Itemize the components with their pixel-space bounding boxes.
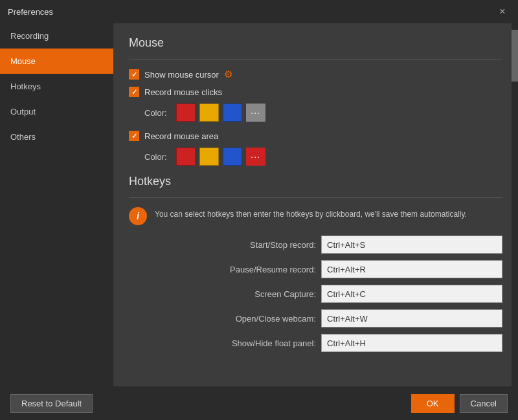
- preferences-window: Preferences × Recording Mouse Hotkeys Ou…: [0, 0, 518, 420]
- sidebar-item-output[interactable]: Output: [0, 99, 113, 124]
- hotkey-screen-capture-input[interactable]: [321, 285, 502, 303]
- settings-gear-icon[interactable]: ⚙: [224, 69, 236, 80]
- sidebar-item-mouse[interactable]: Mouse: [0, 49, 113, 74]
- show-cursor-row: Show mouse cursor ⚙: [129, 69, 502, 80]
- ok-button[interactable]: OK: [411, 394, 455, 413]
- hotkey-pause-resume-row: Pause/Resume record:: [129, 260, 502, 278]
- sidebar-item-others[interactable]: Others: [0, 124, 113, 149]
- hotkey-start-stop-row: Start/Stop record:: [129, 236, 502, 254]
- hotkey-start-stop-input[interactable]: [321, 236, 502, 254]
- hotkey-webcam-input[interactable]: [321, 309, 502, 327]
- scrollbar-track[interactable]: [512, 23, 518, 386]
- hotkeys-section-title: Hotkeys: [129, 175, 502, 188]
- footer-actions: OK Cancel: [411, 394, 508, 413]
- info-icon: i: [129, 207, 147, 225]
- hotkey-pause-resume-input[interactable]: [321, 260, 502, 278]
- window-title: Preferences: [8, 7, 53, 17]
- cancel-button[interactable]: Cancel: [460, 394, 508, 413]
- record-clicks-checkbox[interactable]: [129, 87, 139, 97]
- hotkey-webcam-row: Open/Close webcam:: [129, 309, 502, 327]
- hotkey-pause-resume-label: Pause/Resume record:: [230, 265, 316, 274]
- show-cursor-label: Show mouse cursor: [144, 70, 219, 80]
- hotkeys-divider: [129, 197, 502, 198]
- record-clicks-row: Record mouse clicks: [129, 87, 502, 97]
- area-color-more[interactable]: ···: [246, 148, 265, 166]
- hotkey-webcam-label: Open/Close webcam:: [236, 314, 316, 324]
- area-color-blue[interactable]: [223, 148, 242, 166]
- hotkey-float-panel-label: Show/Hide float panel:: [232, 338, 316, 348]
- hotkeys-info-box: i You can select hotkeys then enter the …: [129, 207, 502, 225]
- sidebar: Recording Mouse Hotkeys Output Others: [0, 23, 113, 386]
- sidebar-item-hotkeys[interactable]: Hotkeys: [0, 74, 113, 99]
- mouse-divider: [129, 59, 502, 60]
- hotkey-start-stop-label: Start/Stop record:: [250, 240, 316, 250]
- hotkey-float-panel-row: Show/Hide float panel:: [129, 334, 502, 352]
- titlebar: Preferences ×: [0, 0, 518, 23]
- sidebar-item-recording[interactable]: Recording: [0, 23, 113, 49]
- show-cursor-checkbox[interactable]: [129, 69, 139, 80]
- area-color-yellow[interactable]: [199, 148, 219, 166]
- reset-to-default-button[interactable]: Reset to Default: [10, 394, 93, 413]
- hotkey-float-panel-input[interactable]: [321, 334, 502, 352]
- mouse-section: Mouse Show mouse cursor ⚙ Record mouse c…: [129, 36, 502, 166]
- hotkeys-info-text: You can select hotkeys then enter the ho…: [155, 207, 467, 220]
- record-clicks-label: Record mouse clicks: [144, 87, 222, 97]
- area-color-red[interactable]: [176, 148, 196, 166]
- record-area-label: Record mouse area: [144, 131, 218, 141]
- record-area-checkbox[interactable]: [129, 131, 139, 141]
- scrollbar-thumb[interactable]: [512, 30, 518, 82]
- close-button[interactable]: ×: [495, 4, 510, 19]
- clicks-color-row: Color: ···: [144, 104, 502, 122]
- hotkey-screen-capture-row: Screen Capture:: [129, 285, 502, 303]
- clicks-color-yellow[interactable]: [199, 104, 219, 122]
- footer: Reset to Default OK Cancel: [0, 386, 518, 420]
- clicks-color-blue[interactable]: [223, 104, 242, 122]
- clicks-color-red[interactable]: [176, 104, 196, 122]
- record-area-row: Record mouse area: [129, 131, 502, 141]
- area-color-label: Color:: [144, 152, 167, 162]
- hotkey-screen-capture-label: Screen Capture:: [254, 289, 316, 299]
- clicks-color-label: Color:: [144, 108, 167, 118]
- clicks-color-more[interactable]: ···: [246, 104, 265, 122]
- mouse-section-title: Mouse: [129, 36, 502, 50]
- content-area: Mouse Show mouse cursor ⚙ Record mouse c…: [113, 23, 518, 386]
- area-color-row: Color: ···: [144, 148, 502, 166]
- hotkeys-section: Hotkeys i You can select hotkeys then en…: [129, 175, 502, 352]
- main-content: Recording Mouse Hotkeys Output Others Mo…: [0, 23, 518, 386]
